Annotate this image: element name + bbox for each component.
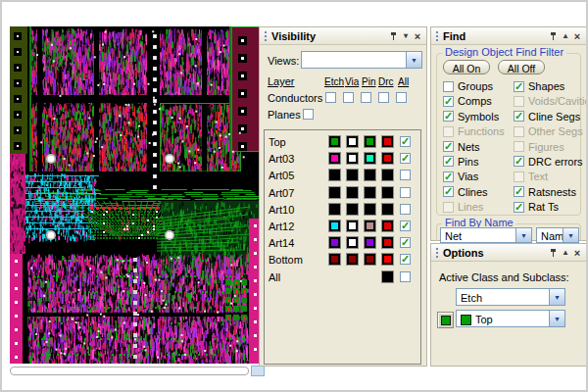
checkbox[interactable] (443, 202, 454, 213)
color-swatch[interactable] (346, 236, 359, 249)
layer-header[interactable]: Layer (268, 75, 295, 87)
checkbox[interactable] (514, 156, 524, 167)
subclass-color-button[interactable] (437, 312, 454, 328)
col-etch[interactable]: Etch (324, 76, 344, 87)
close-icon[interactable] (571, 30, 583, 42)
checkbox[interactable] (514, 186, 524, 197)
color-swatch[interactable] (364, 220, 376, 232)
active-class-combobox[interactable]: Etch (456, 288, 565, 306)
color-swatch[interactable] (381, 152, 394, 165)
filter-comps[interactable]: Comps (443, 95, 492, 107)
checkbox[interactable] (443, 141, 454, 152)
filter-rat-ts[interactable]: Rat Ts (514, 201, 559, 213)
combo-arrow-icon[interactable] (515, 228, 531, 242)
pin-icon[interactable] (548, 30, 560, 42)
combo-arrow-icon[interactable] (549, 311, 564, 326)
layer-all-checkbox[interactable] (400, 153, 411, 164)
all-on-button[interactable]: All On (443, 60, 490, 74)
horizontal-scrollbar[interactable] (10, 367, 249, 375)
checkbox[interactable] (443, 126, 454, 137)
filter-symbols[interactable]: Symbols (443, 111, 499, 122)
color-swatch[interactable] (381, 169, 394, 181)
color-swatch[interactable] (328, 253, 341, 266)
layer-all-checkbox[interactable] (400, 237, 411, 248)
col-pin[interactable]: Pin (362, 76, 375, 87)
filter-nets[interactable]: Nets (443, 141, 480, 153)
visibility-titlebar[interactable]: Visibility (260, 27, 426, 45)
checkbox[interactable] (514, 172, 524, 182)
pin-icon[interactable] (388, 30, 400, 42)
color-swatch[interactable] (364, 169, 376, 181)
subclass-combobox[interactable]: Top (456, 310, 565, 327)
color-swatch[interactable] (381, 270, 394, 283)
color-swatch[interactable] (381, 186, 394, 199)
color-swatch[interactable] (381, 220, 394, 232)
checkbox[interactable] (443, 186, 454, 197)
conductors-etch-checkbox[interactable] (325, 92, 336, 103)
layer-all-checkbox[interactable] (400, 254, 411, 265)
filter-voids[interactable]: Voids/Cavities (514, 95, 588, 107)
filter-shapes[interactable]: Shapes (514, 80, 564, 92)
filter-clines[interactable]: Clines (443, 186, 488, 198)
color-swatch[interactable] (364, 253, 376, 266)
find-by-name-type-combobox[interactable]: Net (440, 227, 532, 243)
filter-pins[interactable]: Pins (443, 156, 478, 168)
color-swatch[interactable] (381, 236, 394, 249)
col-all[interactable]: All (398, 76, 409, 87)
checkbox[interactable] (514, 96, 524, 107)
checkbox[interactable] (514, 202, 524, 213)
filter-ratsnests[interactable]: Ratsnests (514, 186, 576, 198)
checkbox[interactable] (443, 156, 454, 167)
checkbox[interactable] (443, 111, 454, 122)
color-swatch[interactable] (346, 220, 359, 232)
find-by-name-combobox[interactable]: Name (536, 227, 579, 243)
close-icon[interactable] (412, 30, 423, 42)
chevron-up-icon[interactable] (560, 247, 571, 259)
combo-arrow-icon[interactable] (563, 228, 578, 242)
conductors-drc-checkbox[interactable] (378, 92, 389, 103)
chevron-up-icon[interactable] (560, 30, 571, 42)
color-swatch[interactable] (346, 253, 359, 266)
filter-vias[interactable]: Vias (443, 171, 478, 182)
options-titlebar[interactable]: Options (431, 244, 586, 262)
layer-all-checkbox[interactable] (400, 220, 411, 231)
filter-cline-segs[interactable]: Cline Segs (514, 111, 580, 122)
views-combobox[interactable] (301, 51, 422, 69)
color-swatch[interactable] (364, 203, 376, 216)
color-swatch[interactable] (328, 152, 341, 165)
checkbox[interactable] (514, 81, 524, 92)
filter-drc-errors[interactable]: DRC errors (514, 156, 583, 168)
find-titlebar[interactable]: Find (431, 27, 586, 45)
color-swatch[interactable] (381, 253, 394, 266)
checkbox[interactable] (514, 111, 524, 122)
color-swatch[interactable] (346, 186, 359, 199)
conductors-pin-checkbox[interactable] (361, 92, 371, 103)
checkbox[interactable] (514, 126, 524, 137)
filter-functions[interactable]: Functions (443, 125, 505, 137)
color-swatch[interactable] (328, 169, 341, 181)
color-swatch[interactable] (364, 236, 376, 249)
combo-arrow-icon[interactable] (406, 52, 421, 68)
color-swatch[interactable] (328, 220, 341, 232)
filter-groups[interactable]: Groups (443, 80, 493, 92)
checkbox[interactable] (443, 81, 454, 92)
checkbox[interactable] (514, 141, 524, 152)
checkbox[interactable] (443, 172, 454, 182)
all-off-button[interactable]: All Off (498, 60, 545, 74)
close-icon[interactable] (571, 247, 583, 259)
color-swatch[interactable] (364, 186, 376, 199)
color-swatch[interactable] (364, 152, 376, 165)
layer-all-checkbox[interactable] (400, 170, 411, 180)
color-swatch[interactable] (328, 186, 341, 199)
color-swatch[interactable] (328, 203, 341, 216)
filter-text[interactable]: Text (514, 171, 548, 182)
filter-lines[interactable]: Lines (443, 201, 483, 213)
pcb-design-canvas[interactable] (10, 26, 262, 364)
conductors-all-checkbox[interactable] (396, 92, 407, 103)
filter-other-segs[interactable]: Other Segs (514, 125, 583, 137)
color-swatch[interactable] (328, 135, 341, 148)
scrollbar-button[interactable] (251, 366, 265, 376)
col-drc[interactable]: Drc (378, 76, 394, 87)
conductors-via-checkbox[interactable] (343, 92, 354, 103)
col-via[interactable]: Via (345, 76, 359, 87)
